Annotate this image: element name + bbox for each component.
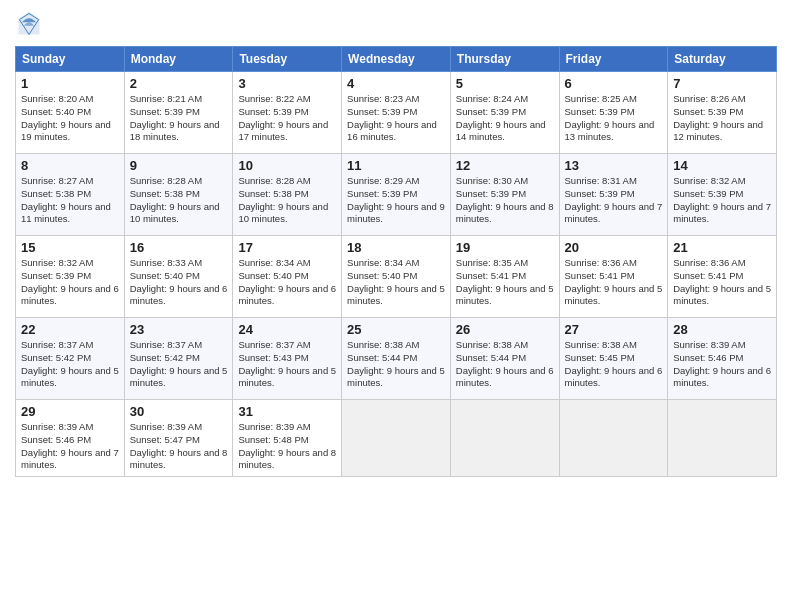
day-info: Sunrise: 8:29 AMSunset: 5:39 PMDaylight:… [347,175,445,226]
day-info: Sunrise: 8:36 AMSunset: 5:41 PMDaylight:… [565,257,663,308]
calendar-cell: 13Sunrise: 8:31 AMSunset: 5:39 PMDayligh… [559,154,668,236]
weekday-header-tuesday: Tuesday [233,47,342,72]
calendar-cell: 14Sunrise: 8:32 AMSunset: 5:39 PMDayligh… [668,154,777,236]
day-number: 17 [238,240,336,255]
day-number: 20 [565,240,663,255]
day-number: 4 [347,76,445,91]
calendar-cell: 24Sunrise: 8:37 AMSunset: 5:43 PMDayligh… [233,318,342,400]
day-number: 6 [565,76,663,91]
day-info: Sunrise: 8:31 AMSunset: 5:39 PMDaylight:… [565,175,663,226]
calendar-cell: 31Sunrise: 8:39 AMSunset: 5:48 PMDayligh… [233,400,342,477]
day-number: 22 [21,322,119,337]
day-info: Sunrise: 8:32 AMSunset: 5:39 PMDaylight:… [21,257,119,308]
weekday-header-wednesday: Wednesday [342,47,451,72]
day-info: Sunrise: 8:33 AMSunset: 5:40 PMDaylight:… [130,257,228,308]
day-number: 7 [673,76,771,91]
calendar-cell: 17Sunrise: 8:34 AMSunset: 5:40 PMDayligh… [233,236,342,318]
calendar-week-row: 8Sunrise: 8:27 AMSunset: 5:38 PMDaylight… [16,154,777,236]
calendar-cell: 19Sunrise: 8:35 AMSunset: 5:41 PMDayligh… [450,236,559,318]
calendar-week-row: 22Sunrise: 8:37 AMSunset: 5:42 PMDayligh… [16,318,777,400]
calendar-table: SundayMondayTuesdayWednesdayThursdayFrid… [15,46,777,477]
day-number: 24 [238,322,336,337]
weekday-header-row: SundayMondayTuesdayWednesdayThursdayFrid… [16,47,777,72]
calendar-cell: 5Sunrise: 8:24 AMSunset: 5:39 PMDaylight… [450,72,559,154]
day-number: 16 [130,240,228,255]
day-number: 12 [456,158,554,173]
day-number: 15 [21,240,119,255]
day-number: 5 [456,76,554,91]
day-info: Sunrise: 8:27 AMSunset: 5:38 PMDaylight:… [21,175,119,226]
day-info: Sunrise: 8:38 AMSunset: 5:44 PMDaylight:… [347,339,445,390]
weekday-header-friday: Friday [559,47,668,72]
calendar-week-row: 1Sunrise: 8:20 AMSunset: 5:40 PMDaylight… [16,72,777,154]
day-info: Sunrise: 8:37 AMSunset: 5:42 PMDaylight:… [130,339,228,390]
page: SundayMondayTuesdayWednesdayThursdayFrid… [0,0,792,612]
calendar-cell: 12Sunrise: 8:30 AMSunset: 5:39 PMDayligh… [450,154,559,236]
calendar-cell [342,400,451,477]
day-info: Sunrise: 8:25 AMSunset: 5:39 PMDaylight:… [565,93,663,144]
day-number: 11 [347,158,445,173]
calendar-cell: 16Sunrise: 8:33 AMSunset: 5:40 PMDayligh… [124,236,233,318]
day-number: 3 [238,76,336,91]
day-number: 1 [21,76,119,91]
calendar-cell: 20Sunrise: 8:36 AMSunset: 5:41 PMDayligh… [559,236,668,318]
calendar-cell: 25Sunrise: 8:38 AMSunset: 5:44 PMDayligh… [342,318,451,400]
day-info: Sunrise: 8:36 AMSunset: 5:41 PMDaylight:… [673,257,771,308]
calendar-cell: 15Sunrise: 8:32 AMSunset: 5:39 PMDayligh… [16,236,125,318]
weekday-header-thursday: Thursday [450,47,559,72]
day-number: 21 [673,240,771,255]
weekday-header-saturday: Saturday [668,47,777,72]
calendar-cell: 7Sunrise: 8:26 AMSunset: 5:39 PMDaylight… [668,72,777,154]
calendar-cell: 1Sunrise: 8:20 AMSunset: 5:40 PMDaylight… [16,72,125,154]
day-info: Sunrise: 8:23 AMSunset: 5:39 PMDaylight:… [347,93,445,144]
calendar-cell: 21Sunrise: 8:36 AMSunset: 5:41 PMDayligh… [668,236,777,318]
day-number: 18 [347,240,445,255]
day-info: Sunrise: 8:28 AMSunset: 5:38 PMDaylight:… [238,175,336,226]
day-number: 29 [21,404,119,419]
day-info: Sunrise: 8:39 AMSunset: 5:46 PMDaylight:… [21,421,119,472]
day-info: Sunrise: 8:38 AMSunset: 5:45 PMDaylight:… [565,339,663,390]
calendar-cell: 22Sunrise: 8:37 AMSunset: 5:42 PMDayligh… [16,318,125,400]
calendar-cell: 9Sunrise: 8:28 AMSunset: 5:38 PMDaylight… [124,154,233,236]
calendar-cell: 30Sunrise: 8:39 AMSunset: 5:47 PMDayligh… [124,400,233,477]
header [15,10,777,38]
day-number: 30 [130,404,228,419]
calendar-cell: 3Sunrise: 8:22 AMSunset: 5:39 PMDaylight… [233,72,342,154]
day-info: Sunrise: 8:20 AMSunset: 5:40 PMDaylight:… [21,93,119,144]
weekday-header-sunday: Sunday [16,47,125,72]
calendar-cell: 28Sunrise: 8:39 AMSunset: 5:46 PMDayligh… [668,318,777,400]
weekday-header-monday: Monday [124,47,233,72]
calendar-cell [450,400,559,477]
day-number: 13 [565,158,663,173]
day-info: Sunrise: 8:32 AMSunset: 5:39 PMDaylight:… [673,175,771,226]
day-number: 8 [21,158,119,173]
logo-icon [15,10,43,38]
calendar-cell: 26Sunrise: 8:38 AMSunset: 5:44 PMDayligh… [450,318,559,400]
day-info: Sunrise: 8:37 AMSunset: 5:43 PMDaylight:… [238,339,336,390]
day-info: Sunrise: 8:34 AMSunset: 5:40 PMDaylight:… [238,257,336,308]
logo [15,10,47,38]
calendar-week-row: 29Sunrise: 8:39 AMSunset: 5:46 PMDayligh… [16,400,777,477]
day-info: Sunrise: 8:35 AMSunset: 5:41 PMDaylight:… [456,257,554,308]
calendar-cell: 2Sunrise: 8:21 AMSunset: 5:39 PMDaylight… [124,72,233,154]
day-info: Sunrise: 8:21 AMSunset: 5:39 PMDaylight:… [130,93,228,144]
calendar-cell: 11Sunrise: 8:29 AMSunset: 5:39 PMDayligh… [342,154,451,236]
calendar-cell: 27Sunrise: 8:38 AMSunset: 5:45 PMDayligh… [559,318,668,400]
day-info: Sunrise: 8:24 AMSunset: 5:39 PMDaylight:… [456,93,554,144]
day-info: Sunrise: 8:38 AMSunset: 5:44 PMDaylight:… [456,339,554,390]
day-number: 9 [130,158,228,173]
day-info: Sunrise: 8:39 AMSunset: 5:48 PMDaylight:… [238,421,336,472]
day-info: Sunrise: 8:22 AMSunset: 5:39 PMDaylight:… [238,93,336,144]
day-info: Sunrise: 8:34 AMSunset: 5:40 PMDaylight:… [347,257,445,308]
day-info: Sunrise: 8:37 AMSunset: 5:42 PMDaylight:… [21,339,119,390]
day-number: 31 [238,404,336,419]
calendar-cell: 4Sunrise: 8:23 AMSunset: 5:39 PMDaylight… [342,72,451,154]
day-info: Sunrise: 8:30 AMSunset: 5:39 PMDaylight:… [456,175,554,226]
day-number: 26 [456,322,554,337]
calendar-cell: 29Sunrise: 8:39 AMSunset: 5:46 PMDayligh… [16,400,125,477]
day-number: 28 [673,322,771,337]
calendar-cell [668,400,777,477]
calendar-cell: 10Sunrise: 8:28 AMSunset: 5:38 PMDayligh… [233,154,342,236]
day-info: Sunrise: 8:26 AMSunset: 5:39 PMDaylight:… [673,93,771,144]
calendar-cell: 8Sunrise: 8:27 AMSunset: 5:38 PMDaylight… [16,154,125,236]
